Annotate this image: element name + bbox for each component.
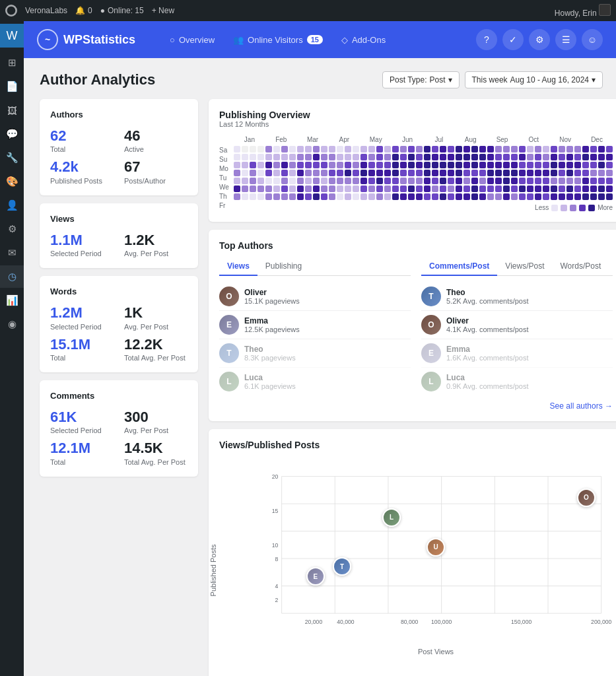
- post-type-label: Post Type:: [390, 75, 427, 84]
- nav-addons[interactable]: ◇ Add-Ons: [333, 31, 394, 49]
- sidebar-icon-users[interactable]: 👤: [0, 194, 24, 217]
- views-avg-value: 1.2K: [124, 232, 188, 249]
- header-user-icon[interactable]: ☺: [582, 29, 603, 50]
- sidebar-icon-media[interactable]: 🖼: [0, 99, 24, 121]
- heatmap-cell: [376, 170, 383, 176]
- heatmap-cell: [424, 186, 430, 192]
- heatmap-cell: [392, 178, 399, 184]
- heatmap-cell: [384, 193, 391, 200]
- heatmap-cell: [543, 146, 549, 152]
- heatmap-cell: [273, 193, 280, 200]
- nav-online-visitors[interactable]: 👥 Online Visitors 15: [225, 31, 331, 49]
- sidebar-icon-comments[interactable]: 💬: [0, 123, 24, 145]
- heatmap-cell: [440, 154, 446, 160]
- heatmap-cell: [503, 170, 510, 176]
- heatmap-cell: [329, 162, 335, 168]
- heatmap-cell: [360, 170, 367, 176]
- heatmap-cell: [519, 186, 526, 192]
- new-post[interactable]: + New: [152, 6, 174, 15]
- stats-row: Authors 62 Total 46 Active 4.2k: [40, 99, 603, 676]
- heatmap-cell: [448, 162, 454, 168]
- month-label-apr: Apr: [328, 136, 360, 143]
- nav-overview[interactable]: ○ Overview: [162, 31, 222, 49]
- header-menu-icon[interactable]: ☰: [555, 29, 576, 50]
- sidebar-icon-chart[interactable]: 📊: [0, 289, 24, 312]
- author-name: Emma: [446, 345, 613, 354]
- heatmap-cell: [416, 146, 423, 152]
- heatmap-cell: [574, 193, 581, 200]
- tab-views-post[interactable]: Views/Post: [497, 257, 552, 276]
- author-name: Luca: [446, 373, 613, 382]
- sidebar-icon-posts[interactable]: 📄: [0, 75, 24, 98]
- heatmap-cell: [582, 193, 589, 200]
- heatmap-cell: [551, 154, 557, 160]
- views-card-title: Views: [50, 214, 188, 224]
- sidebar-icon-dashboard[interactable]: ⊞: [0, 51, 24, 74]
- heatmap-cell: [495, 154, 502, 160]
- heatmap-months-area: JanFebMarAprMayJunJulAugSepOctNovDec Les…: [234, 136, 613, 211]
- day-label-tu: Tu: [219, 174, 231, 182]
- tab-words-post[interactable]: Words/Post: [553, 257, 609, 276]
- heatmap-cell: [408, 170, 415, 176]
- heatmap-cell: [384, 170, 391, 176]
- heatmap-cell: [598, 154, 605, 160]
- header-settings-icon[interactable]: ⚙: [529, 29, 550, 50]
- heatmap-cell: [281, 186, 288, 192]
- heatmap-cell: [606, 154, 613, 160]
- words-total-avg-value: 12.2K: [124, 336, 188, 353]
- author-name: Oliver: [244, 288, 411, 297]
- heatmap-cell: [305, 154, 312, 160]
- wp-logo-sidebar[interactable]: W: [0, 24, 24, 48]
- top-authors-inner: Views Publishing O Oliver 15.1K pageview…: [219, 257, 613, 395]
- heatmap-cell: [551, 178, 557, 184]
- plugin-header: ~ WPStatistics ○ Overview 👥 Online Visit…: [24, 21, 616, 58]
- see-all-link[interactable]: See all authors →: [550, 401, 613, 411]
- heatmap-cell: [479, 178, 486, 184]
- heatmap-cell: [353, 146, 359, 152]
- x-tick-label: 200,000: [591, 619, 611, 625]
- heatmap-cell: [305, 186, 312, 192]
- comments-card-title: Comments: [50, 391, 188, 401]
- sidebar-icon-circle[interactable]: ◉: [0, 313, 24, 335]
- tab-publishing[interactable]: Publishing: [257, 257, 310, 276]
- top-authors-left-col: Views Publishing O Oliver 15.1K pageview…: [219, 257, 411, 395]
- x-tick-label: 20,000: [305, 619, 323, 625]
- heatmap-cell: [463, 170, 470, 176]
- post-type-filter[interactable]: Post Type: Post ▾: [382, 71, 460, 88]
- header-check-icon[interactable]: ✓: [502, 29, 524, 50]
- heatmap-cell: [543, 162, 549, 168]
- heatmap-cell: [321, 154, 327, 160]
- words-total-label: Total: [50, 354, 114, 362]
- online-count[interactable]: ● Online: 15: [100, 6, 144, 15]
- tab-comments-post[interactable]: Comments/Post: [421, 257, 497, 276]
- heatmap-cell: [392, 193, 399, 200]
- addons-icon: ◇: [341, 35, 348, 45]
- scatter-svg: 24810152020,00040,00080,000100,000150,00…: [259, 458, 613, 643]
- words-stat-grid: 1.2M Selected Period 1K Avg. Per Post 15…: [50, 304, 188, 362]
- sidebar-icon-analytics[interactable]: ◷: [0, 265, 24, 288]
- tab-views[interactable]: Views: [219, 257, 257, 276]
- notifications[interactable]: 🔔 0: [75, 6, 92, 15]
- sidebar-icon-tools[interactable]: 🔧: [0, 147, 24, 169]
- heatmap-cell: [289, 154, 296, 160]
- heatmap-cell: [479, 170, 486, 176]
- site-name[interactable]: VeronaLabs: [25, 6, 67, 15]
- icon-sidebar: W ⊞ 📄 🖼 💬 🔧 🎨 👤 ⚙ ✉ ◷ 📊 ◉: [0, 21, 24, 676]
- heatmap-cell: [384, 186, 391, 192]
- heatmap-cell: [297, 154, 304, 160]
- header-help-icon[interactable]: ?: [476, 29, 497, 50]
- top-authors-card: Top Authors Views Publishing O Oliver 15…: [209, 230, 616, 421]
- heatmap-cell: [440, 170, 446, 176]
- sidebar-icon-email[interactable]: ✉: [0, 242, 24, 264]
- wp-logo[interactable]: [5, 5, 17, 17]
- words-avg-label: Avg. Per Post: [124, 323, 188, 331]
- sidebar-icon-appearance[interactable]: 🎨: [0, 170, 24, 193]
- heatmap-cell: [535, 178, 541, 184]
- y-tick-label: 2: [275, 597, 279, 603]
- comments-total-avg-label: Total Avg. Per Post: [124, 458, 188, 466]
- date-filter[interactable]: This week Aug 10 - Aug 16, 2024 ▾: [465, 71, 603, 88]
- heatmap-cell: [503, 162, 510, 168]
- author-stat: 15.1K pageviews: [244, 297, 411, 305]
- sidebar-icon-settings[interactable]: ⚙: [0, 218, 24, 240]
- heatmap-cell: [242, 162, 248, 168]
